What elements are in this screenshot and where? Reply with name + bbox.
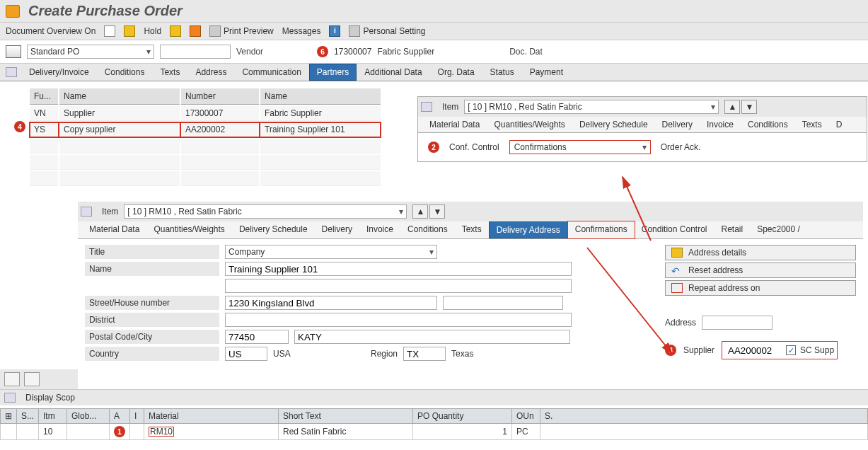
item-dropdown2[interactable]: [ 10 ] RM10 , Red Satin Fabric <box>124 204 407 219</box>
find-icon[interactable] <box>4 372 20 386</box>
messages-button[interactable]: Messages <box>282 26 321 36</box>
address-label: Address <box>665 318 696 328</box>
cart-icon <box>6 45 21 58</box>
hold-button[interactable]: Hold <box>144 26 161 36</box>
doc-overview-button[interactable]: Document Overview On <box>6 26 96 36</box>
expand-item2-icon[interactable] <box>81 207 92 217</box>
item-value2: [ 10 ] RM10 , Red Satin Fabric <box>127 207 241 217</box>
itab2-cond-ctrl[interactable]: Condition Control <box>635 221 714 238</box>
conf-value: Confirmations <box>514 142 567 152</box>
new-icon[interactable] <box>104 25 115 37</box>
prev-item2-button[interactable]: ▲ <box>412 204 428 219</box>
next-item-button[interactable]: ▼ <box>741 100 757 114</box>
tab-org-data[interactable]: Org. Data <box>430 64 482 81</box>
itab2-qty[interactable]: Quantities/Weights <box>146 221 232 238</box>
tab-conditions[interactable]: Conditions <box>97 64 153 81</box>
expand-scope-icon[interactable] <box>4 393 16 403</box>
gcell-material[interactable]: RM10 <box>149 427 174 437</box>
cell-number: AA200002 <box>181 122 259 137</box>
tab-partners[interactable]: Partners <box>309 64 357 81</box>
gcol-shorttext: Short Text <box>279 409 413 424</box>
itab-delivery[interactable]: Delivery <box>655 117 700 132</box>
partner-row[interactable]: VN Supplier 17300007 Fabric Supplier <box>30 106 381 121</box>
itab2-deliv-addr[interactable]: Delivery Address <box>489 221 568 238</box>
repeat-address-button[interactable]: Repeat address on <box>665 280 856 296</box>
expand-item-icon[interactable] <box>421 102 432 112</box>
gcol-s2: S. <box>540 409 868 424</box>
itab-invoice[interactable]: Invoice <box>700 117 741 132</box>
itab2-sched[interactable]: Delivery Schedule <box>232 221 315 238</box>
tab-communication[interactable]: Communication <box>234 64 308 81</box>
country-code-input[interactable] <box>225 347 267 361</box>
item-label: Item <box>442 102 458 112</box>
tab-delivery-invoice[interactable]: Delivery/Invoice <box>21 64 97 81</box>
repeat-icon <box>671 283 683 293</box>
personal-setting-button[interactable]: Personal Setting <box>349 25 425 37</box>
street-input[interactable] <box>225 296 437 310</box>
postal-input[interactable] <box>225 330 289 344</box>
print-preview-button[interactable]: Print Preview <box>209 25 274 37</box>
gcol-i: I <box>130 409 144 424</box>
itab-texts[interactable]: Texts <box>795 117 829 132</box>
title-dropdown[interactable]: Company <box>225 245 437 259</box>
gcol-config[interactable]: ⊞ <box>1 409 17 424</box>
detail-toolbar <box>0 369 78 389</box>
cell-fu: YS <box>30 122 58 137</box>
cell-number: 17300007 <box>181 106 259 121</box>
itab2-texts[interactable]: Texts <box>455 221 489 238</box>
city-input[interactable] <box>294 330 570 344</box>
item-tabs-lower: Material Data Quantities/Weights Deliver… <box>78 221 863 239</box>
col-number: Number <box>181 88 259 105</box>
list-icon[interactable] <box>24 372 40 386</box>
cell-name2: Fabric Supplier <box>260 106 381 121</box>
park-icon[interactable] <box>190 25 201 37</box>
check-icon[interactable] <box>170 25 181 37</box>
supplier-input[interactable] <box>725 343 782 357</box>
address-details-button[interactable]: Address details <box>665 245 856 260</box>
region-code-input[interactable] <box>403 347 446 361</box>
reset-address-button[interactable]: ↶Reset address <box>665 262 856 278</box>
cell-name1: Supplier <box>59 106 180 121</box>
title-label: Title <box>85 245 219 259</box>
itab2-spec[interactable]: Spec2000 / <box>750 221 807 238</box>
address-input[interactable] <box>702 316 772 330</box>
name2-input[interactable] <box>225 279 572 293</box>
next-item2-button[interactable]: ▼ <box>429 204 445 219</box>
info-icon[interactable]: i <box>329 25 340 37</box>
partner-row-highlighted[interactable]: YS Copy supplier AA200002 Training Suppl… <box>30 122 381 137</box>
itab-conditions[interactable]: Conditions <box>741 117 795 132</box>
prev-item-button[interactable]: ▲ <box>724 100 740 114</box>
itab2-delivery[interactable]: Delivery <box>315 221 359 238</box>
conf-control-dropdown[interactable]: Confirmations <box>509 140 651 154</box>
itab2-retail[interactable]: Retail <box>714 221 750 238</box>
expand-header-icon[interactable] <box>6 67 17 77</box>
itab-material[interactable]: Material Data <box>422 117 487 132</box>
open-icon[interactable] <box>124 25 135 37</box>
main-toolbar: Document Overview On Hold Print Preview … <box>0 23 868 40</box>
tab-status[interactable]: Status <box>482 64 522 81</box>
itab2-confirmations[interactable]: Confirmations <box>568 221 635 238</box>
tab-payment[interactable]: Payment <box>522 64 571 81</box>
tab-texts[interactable]: Texts <box>152 64 187 81</box>
itab2-invoice[interactable]: Invoice <box>359 221 400 238</box>
itab-qty[interactable]: Quantities/Weights <box>487 117 572 132</box>
grid-row[interactable]: 10 1 RM10 Red Satin Fabric 1 PC <box>1 424 868 440</box>
personal-label: Personal Setting <box>363 26 425 36</box>
po-type-dropdown[interactable]: Standard PO <box>27 45 154 59</box>
item-value: [ 10 ] RM10 , Red Satin Fabric <box>468 102 581 112</box>
sc-supp-checkbox[interactable]: ✓ <box>786 345 796 355</box>
region-label: Region <box>371 349 398 359</box>
itab2-material[interactable]: Material Data <box>82 221 146 238</box>
badge-6: 6 <box>317 46 328 57</box>
tab-address[interactable]: Address <box>187 64 234 81</box>
item-dropdown[interactable]: [ 10 ] RM10 , Red Satin Fabric <box>464 100 719 114</box>
po-number-input[interactable] <box>160 45 231 59</box>
houseno-input[interactable] <box>443 296 563 310</box>
itab2-conditions[interactable]: Conditions <box>400 221 455 238</box>
name-input[interactable] <box>225 262 572 276</box>
tab-additional-data[interactable]: Additional Data <box>357 64 429 81</box>
district-input[interactable] <box>225 313 572 327</box>
itab-d[interactable]: D <box>829 117 850 132</box>
itab-sched[interactable]: Delivery Schedule <box>572 117 655 132</box>
name-label: Name <box>85 262 219 276</box>
